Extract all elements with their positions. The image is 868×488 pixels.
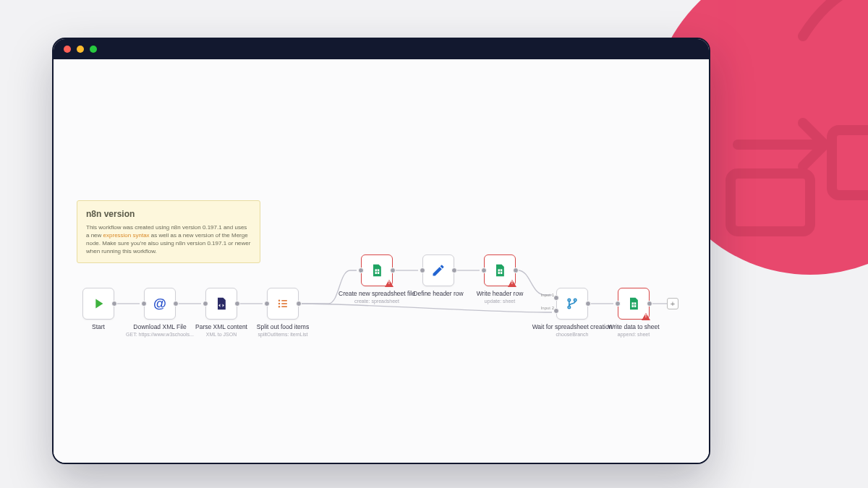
play-icon — [90, 296, 106, 312]
browser-window: n8n version This workflow was created us… — [52, 38, 710, 464]
svg-rect-8 — [281, 306, 287, 307]
port-out[interactable] — [585, 301, 591, 307]
sticky-body: This workflow was created using n8n vers… — [86, 224, 251, 255]
port-label: Input 1 — [541, 293, 554, 297]
node-merge-wait[interactable]: Input 1 Input 2 Wait for spreadsheet cre… — [556, 288, 588, 320]
workflow-canvas[interactable]: n8n version This workflow was created us… — [54, 59, 709, 463]
google-sheets-icon — [369, 262, 385, 278]
port-in[interactable] — [264, 301, 270, 307]
port-out[interactable] — [390, 267, 396, 273]
port-in-2[interactable] — [553, 308, 559, 314]
node-download-xml[interactable]: @ Download XML FileGET: https://www.w3sc… — [144, 288, 176, 320]
port-out[interactable] — [647, 301, 652, 307]
port-out[interactable] — [451, 267, 457, 273]
pencil-icon — [430, 262, 446, 278]
at-icon: @ — [152, 296, 168, 312]
port-out[interactable] — [513, 267, 519, 273]
port-out[interactable] — [234, 301, 240, 307]
port-in[interactable] — [420, 267, 425, 273]
node-label: Split out food itemssplitOutItems: itemL… — [239, 323, 326, 338]
node-create-spreadsheet[interactable]: Create new spreadsheet filecreate: sprea… — [361, 254, 393, 286]
port-in[interactable] — [358, 267, 364, 273]
svg-point-12 — [568, 306, 570, 308]
git-branch-icon — [564, 296, 580, 312]
port-in[interactable] — [203, 301, 208, 307]
google-sheets-icon — [492, 262, 508, 278]
window-min-dot[interactable] — [77, 46, 84, 53]
svg-rect-6 — [281, 303, 287, 304]
svg-point-7 — [278, 306, 281, 308]
port-in[interactable] — [481, 267, 487, 273]
file-code-icon — [213, 296, 229, 312]
port-out[interactable] — [173, 301, 179, 307]
google-sheets-icon — [626, 296, 642, 312]
window-close-dot[interactable] — [64, 46, 71, 53]
warning-badge-icon — [642, 312, 650, 320]
port-in[interactable] — [615, 301, 621, 307]
node-write-data[interactable]: Write data to sheetappend: sheet — [618, 288, 650, 320]
svg-text:@: @ — [153, 296, 166, 311]
port-label: Input 2 — [541, 306, 554, 310]
svg-rect-1 — [832, 130, 868, 195]
svg-point-3 — [278, 300, 281, 302]
svg-rect-4 — [281, 300, 287, 301]
port-in[interactable] — [141, 301, 147, 307]
port-in-1[interactable] — [553, 295, 559, 301]
warning-badge-icon — [508, 278, 516, 287]
warning-badge-icon — [385, 278, 393, 287]
port-out[interactable] — [296, 301, 302, 307]
port-out[interactable] — [111, 301, 117, 307]
sticky-link[interactable]: expression syntax — [103, 232, 150, 239]
window-max-dot[interactable] — [90, 46, 97, 53]
node-label: Write data to sheetappend: sheet — [590, 323, 677, 338]
node-define-header[interactable]: Define header row — [422, 254, 454, 286]
list-icon — [275, 296, 291, 312]
svg-point-13 — [574, 299, 576, 301]
node-write-header[interactable]: Write header rowupdate: sheet — [484, 254, 516, 286]
svg-point-11 — [568, 299, 570, 301]
plus-icon: + — [671, 299, 675, 308]
sticky-title: n8n version — [86, 208, 251, 220]
add-node-button[interactable]: + — [667, 298, 678, 309]
svg-point-5 — [278, 303, 281, 305]
sticky-note[interactable]: n8n version This workflow was created us… — [77, 200, 260, 263]
node-parse-xml[interactable]: Parse XML contentXML to JSON — [205, 288, 237, 320]
node-split-items[interactable]: Split out food itemssplitOutItems: itemL… — [267, 288, 299, 320]
window-titlebar — [54, 39, 709, 59]
node-label: Write header rowupdate: sheet — [456, 290, 543, 304]
svg-rect-0 — [731, 174, 810, 231]
node-start[interactable]: Start — [82, 288, 114, 320]
